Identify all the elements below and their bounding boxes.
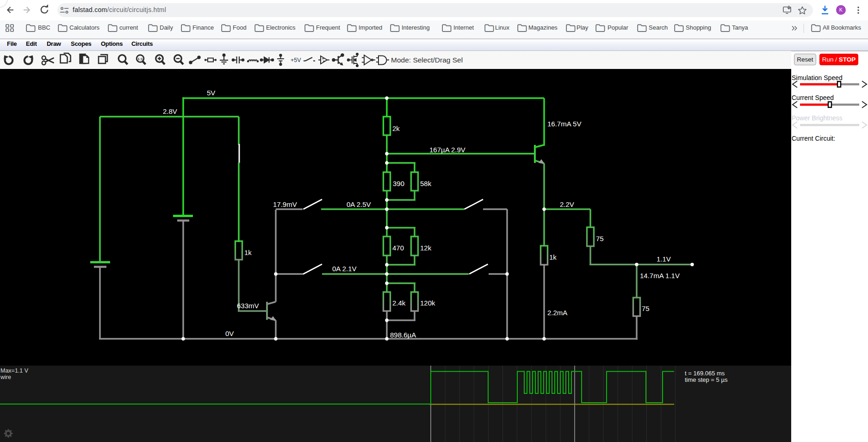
svg-text:58k: 58k — [420, 180, 432, 187]
svg-text:1k: 1k — [244, 249, 252, 256]
svg-text:0A 2.1V: 0A 2.1V — [332, 265, 357, 273]
svg-text:16.7mA 5V: 16.7mA 5V — [547, 120, 581, 128]
svg-text:time step = 5 µs: time step = 5 µs — [685, 376, 728, 383]
svg-text:2.8V: 2.8V — [163, 107, 177, 115]
svg-text:0A 2.5V: 0A 2.5V — [347, 200, 371, 208]
svg-text:14.7mA 1.1V: 14.7mA 1.1V — [640, 272, 680, 280]
svg-text:75: 75 — [642, 305, 650, 312]
svg-text:t = 169.065 ms: t = 169.065 ms — [685, 370, 725, 377]
svg-text:2k: 2k — [392, 125, 400, 132]
svg-text:5V: 5V — [207, 89, 215, 97]
svg-text:Max=1.1 V: Max=1.1 V — [0, 367, 29, 374]
svg-text:2.2V: 2.2V — [560, 200, 574, 208]
svg-text:1:1: 1:1 — [137, 57, 143, 61]
svg-text:Mode: Select/Drag Sel: Mode: Select/Drag Sel — [391, 56, 463, 64]
svg-text:390: 390 — [393, 180, 404, 187]
svg-text:wire: wire — [0, 374, 11, 380]
svg-text:1.1V: 1.1V — [657, 255, 671, 263]
svg-text:167µA 2.9V: 167µA 2.9V — [429, 146, 465, 154]
svg-text:470: 470 — [392, 244, 404, 252]
svg-text:12k: 12k — [420, 244, 432, 252]
svg-text:75: 75 — [596, 235, 604, 243]
svg-text:+5V: +5V — [291, 57, 301, 63]
svg-text:2.2mA: 2.2mA — [547, 309, 567, 317]
svg-text:2.4k: 2.4k — [392, 299, 406, 307]
svg-text:633mV: 633mV — [237, 302, 259, 310]
svg-text:120k: 120k — [420, 299, 435, 307]
svg-text:17.9mV: 17.9mV — [273, 200, 297, 208]
svg-text:0V: 0V — [225, 330, 234, 337]
svg-text:898.6µA: 898.6µA — [390, 331, 416, 339]
svg-text:1k: 1k — [549, 253, 557, 261]
